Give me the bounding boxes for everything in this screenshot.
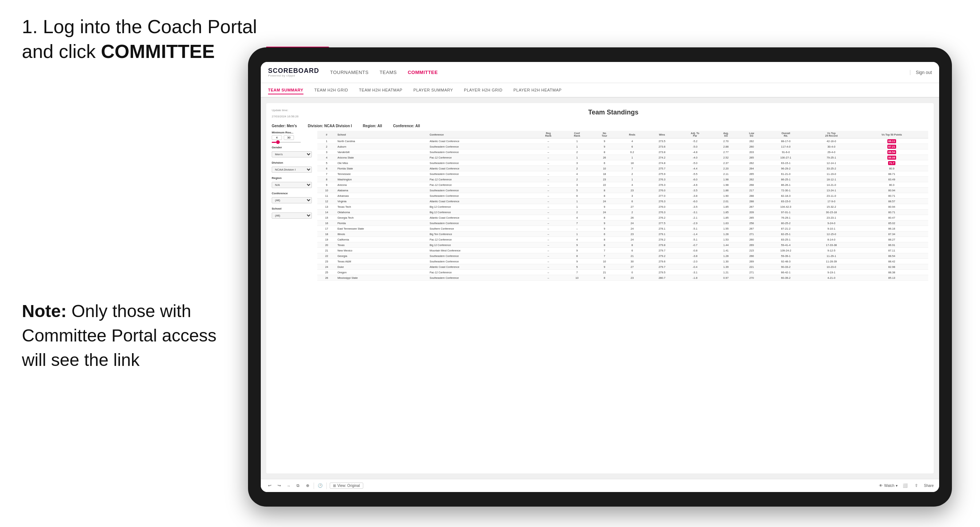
cell-avgsg: 1.63 [713,221,739,226]
cell-rank: 20 [317,242,336,248]
cell-confrank: 1 [563,232,592,237]
cell-adjtopar: -5.5 [677,171,713,177]
view-original-button[interactable]: ⊞ View: Original [330,483,363,489]
school-filter-select[interactable]: (All) [272,213,312,219]
subnav-team-summary[interactable]: TEAM SUMMARY [268,86,304,94]
cell-school: Georgia Tech [336,215,428,221]
filter-gender: Gender: Men's [272,124,297,128]
cell-conference: Southeastern Conference [428,188,534,193]
cell-lowsg: 269 [739,242,764,248]
cell-avgsg: 2.01 [713,198,739,204]
watch-button[interactable]: 👁 Watch ▾ [879,484,897,487]
cell-avgsg: 2.20 [713,166,739,171]
cell-regrank: – [534,177,563,182]
cell-adjtopar: -4.4 [677,166,713,171]
cell-overallrd: 83-25-1 [764,237,808,242]
forward-icon[interactable]: → [285,483,292,489]
cell-notour: 10 [591,259,617,264]
cell-adjtopar: -4.8 [677,149,713,155]
min-rounds-input1[interactable] [272,135,282,140]
points-badge: 80.71 [888,194,896,198]
cell-rank: 19 [317,237,336,242]
cell-vstop25: 9-24-0 [808,221,855,226]
cell-vstop25: 12-14-1 [808,160,855,166]
points-badge: 80.94 [888,189,896,192]
cell-wins: 276.3 [647,198,677,204]
cell-conference: Mountain West Conference [428,248,534,253]
subnav-player-h2h-heatmap[interactable]: PLAYER H2H HEATMAP [514,86,562,94]
slider-thumb[interactable] [276,140,280,144]
gender-filter-select[interactable]: Men's [272,151,312,157]
subnav-team-h2h-heatmap[interactable]: TEAM H2H HEATMAP [359,86,402,94]
cell-adjtopar: -5.2 [677,138,713,144]
sign-out-link[interactable]: Sign out [910,70,932,75]
share-button[interactable]: Share [924,484,934,487]
cell-wins: 279.8 [647,242,677,248]
cell-conference: Big Ten Conference [428,232,534,237]
cell-wins: 276.3 [647,177,677,182]
cell-wins: 276.3 [647,182,677,188]
cell-notour: 9 [591,226,617,232]
min-row-group [272,135,312,140]
cell-adjtopar: -3.5 [677,204,713,210]
cell-regrank: – [534,188,563,193]
redo-icon[interactable]: ↪ [276,483,282,489]
cell-avgsg: 0.97 [713,275,739,281]
th-wins: Wins [647,131,677,138]
cell-overallrd: 87-21-2 [764,226,808,232]
cell-vstop50: 86.16 [855,226,928,232]
cell-rank: 17 [317,226,336,232]
cell-vstop25: 33-25-2 [808,166,855,171]
cell-confrank: 1 [563,198,592,204]
nav-teams[interactable]: TEAMS [380,68,397,76]
cell-lowsg: 267 [739,226,764,232]
cell-rnds: 2 [617,210,647,215]
cell-vstop50: 86.91 [855,242,928,248]
division-filter-select[interactable]: NCAA Division I [272,167,312,173]
nav-committee[interactable]: COMMITTEE [408,68,438,76]
cell-lowsg: 203 [739,149,764,155]
tablet-device: SCOREBOARD Powered by clippd TOURNAMENTS… [248,48,952,506]
share-icon-sm[interactable]: ⇧ [913,483,920,489]
cell-avgsg: 1.98 [713,177,739,182]
clock-icon[interactable]: 🕐 [317,483,323,489]
tablet-screen: SCOREBOARD Powered by clippd TOURNAMENTS… [261,62,939,492]
points-badge: 80.47 [888,216,896,219]
table-header-row: # School Conference RegRank ConfRank NoT… [317,131,928,138]
table-row: 15 Georgia Tech Atlantic Coast Conferenc… [317,215,928,221]
undo-icon[interactable]: ↩ [266,483,273,489]
cell-conference: Pac-12 Conference [428,182,534,188]
table-row: 21 New Mexico Mountain West Conference –… [317,248,928,253]
cell-lowsg: 217 [739,188,764,193]
screenshot-icon[interactable]: ⬜ [902,483,908,489]
cell-confrank: 2 [563,177,592,182]
paste-icon[interactable]: ⊕ [304,483,311,489]
cell-notour: 9 [591,138,617,144]
standings-table: # School Conference RegRank ConfRank NoT… [317,131,928,281]
cell-lowsg: 267 [739,204,764,210]
school-filter-section: School (All) [272,207,312,219]
min-rounds-input2[interactable] [284,135,294,140]
cell-conference: Southeastern Conference [428,149,534,155]
cell-confrank: 1 [563,204,592,210]
cell-wins: 280.7 [647,275,677,281]
cell-confrank: 5 [563,264,592,270]
th-school: School [336,131,428,138]
region-filter-select[interactable]: N/A [272,182,312,188]
cell-school: Washington [336,177,428,182]
cell-overallrd: 86-26-1 [764,182,808,188]
subnav-team-h2h-grid[interactable]: TEAM H2H GRID [314,86,348,94]
filter-region-value: All [377,124,382,128]
subnav-player-h2h-grid[interactable]: PLAYER H2H GRID [464,86,503,94]
filter-division-value: NCAA Division I [324,124,352,128]
cell-notour: 6 [591,232,617,237]
nav-tournaments[interactable]: TOURNAMENTS [330,68,369,76]
cell-rank: 14 [317,210,336,215]
gender-filter-title: Gender [272,146,312,149]
cell-wins: 277.0 [647,193,677,198]
subnav-player-summary[interactable]: PLAYER SUMMARY [413,86,453,94]
conference-filter-select[interactable]: (All) [272,197,312,203]
table-row: 7 Tennessee Southeastern Conference – 4 … [317,171,928,177]
share-label: Share [924,484,934,487]
copy-icon[interactable]: ⧉ [295,483,301,489]
